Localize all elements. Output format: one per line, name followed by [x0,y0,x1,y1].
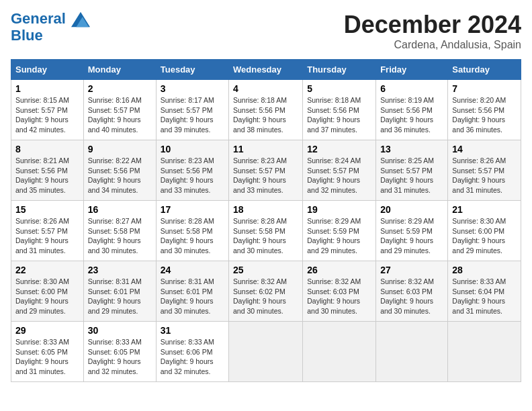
day-info: Sunrise: 8:20 AMSunset: 5:56 PMDaylight:… [452,96,506,134]
calendar-day-cell: 22 Sunrise: 8:30 AMSunset: 6:00 PMDaylig… [11,261,84,322]
calendar-day-cell [229,322,303,382]
day-number: 2 [88,83,152,94]
day-number: 11 [233,144,298,154]
day-number: 29 [15,325,79,336]
calendar-day-cell [448,322,521,382]
day-number: 6 [380,83,443,94]
calendar-day-cell: 27 Sunrise: 8:32 AMSunset: 6:03 PMDaylig… [376,261,448,322]
day-info: Sunrise: 8:27 AMSunset: 5:58 PMDaylight:… [88,217,142,255]
day-info: Sunrise: 8:22 AMSunset: 5:56 PMDaylight:… [88,156,142,194]
calendar-day-cell [303,322,376,382]
calendar-day-cell: 26 Sunrise: 8:32 AMSunset: 6:03 PMDaylig… [303,261,376,322]
calendar-day-cell: 13 Sunrise: 8:25 AMSunset: 5:57 PMDaylig… [376,140,448,201]
calendar-day-cell [376,322,448,382]
day-info: Sunrise: 8:30 AMSunset: 6:00 PMDaylight:… [15,277,69,315]
calendar-day-cell: 14 Sunrise: 8:26 AMSunset: 5:57 PMDaylig… [448,140,521,201]
day-info: Sunrise: 8:23 AMSunset: 5:56 PMDaylight:… [161,156,214,194]
day-number: 26 [307,265,371,275]
day-number: 30 [88,325,152,336]
calendar-day-cell: 25 Sunrise: 8:32 AMSunset: 6:02 PMDaylig… [229,261,303,322]
day-info: Sunrise: 8:31 AMSunset: 6:01 PMDaylight:… [88,277,142,315]
day-number: 12 [307,144,371,154]
day-number: 14 [452,144,517,154]
calendar-day-cell: 8 Sunrise: 8:21 AMSunset: 5:56 PMDayligh… [11,140,84,201]
day-info: Sunrise: 8:23 AMSunset: 5:57 PMDaylight:… [233,156,287,194]
day-info: Sunrise: 8:32 AMSunset: 6:02 PMDaylight:… [233,277,287,315]
day-number: 16 [88,204,152,215]
day-number: 8 [15,144,79,154]
calendar-week-row: 15 Sunrise: 8:26 AMSunset: 5:57 PMDaylig… [11,201,521,261]
day-info: Sunrise: 8:18 AMSunset: 5:56 PMDaylight:… [307,96,361,134]
calendar-day-cell: 1 Sunrise: 8:15 AMSunset: 5:57 PMDayligh… [11,80,84,140]
day-info: Sunrise: 8:28 AMSunset: 5:58 PMDaylight:… [233,217,287,255]
day-number: 7 [452,83,517,94]
calendar-day-cell: 2 Sunrise: 8:16 AMSunset: 5:57 PMDayligh… [83,80,156,140]
day-number: 28 [452,265,517,275]
day-number: 9 [88,144,152,154]
day-info: Sunrise: 8:33 AMSunset: 6:04 PMDaylight:… [452,277,506,315]
day-info: Sunrise: 8:26 AMSunset: 5:57 PMDaylight:… [452,156,506,194]
day-number: 21 [452,204,517,215]
calendar-day-cell: 29 Sunrise: 8:33 AMSunset: 6:05 PMDaylig… [11,322,84,382]
day-number: 18 [233,204,298,215]
logo: General Blue [11,11,90,44]
calendar-day-cell: 18 Sunrise: 8:28 AMSunset: 5:58 PMDaylig… [229,201,303,261]
day-number: 1 [15,83,79,94]
calendar-header-row: SundayMondayTuesdayWednesdayThursdayFrid… [11,60,521,80]
day-info: Sunrise: 8:33 AMSunset: 6:05 PMDaylight:… [88,338,142,375]
calendar-day-cell: 30 Sunrise: 8:33 AMSunset: 6:05 PMDaylig… [83,322,156,382]
day-number: 24 [161,265,224,275]
day-number: 15 [15,204,79,215]
calendar-day-cell: 9 Sunrise: 8:22 AMSunset: 5:56 PMDayligh… [83,140,156,201]
calendar-day-cell: 4 Sunrise: 8:18 AMSunset: 5:56 PMDayligh… [229,80,303,140]
calendar-week-row: 1 Sunrise: 8:15 AMSunset: 5:57 PMDayligh… [11,80,521,140]
day-info: Sunrise: 8:33 AMSunset: 6:05 PMDaylight:… [15,338,69,375]
day-info: Sunrise: 8:30 AMSunset: 6:00 PMDaylight:… [452,217,506,255]
day-info: Sunrise: 8:19 AMSunset: 5:56 PMDaylight:… [380,96,434,134]
calendar-day-cell: 10 Sunrise: 8:23 AMSunset: 5:56 PMDaylig… [156,140,228,201]
day-info: Sunrise: 8:26 AMSunset: 5:57 PMDaylight:… [15,217,69,255]
calendar-week-row: 29 Sunrise: 8:33 AMSunset: 6:05 PMDaylig… [11,322,521,382]
day-info: Sunrise: 8:33 AMSunset: 6:06 PMDaylight:… [161,338,214,375]
calendar-day-cell: 15 Sunrise: 8:26 AMSunset: 5:57 PMDaylig… [11,201,84,261]
calendar-day-cell: 31 Sunrise: 8:33 AMSunset: 6:06 PMDaylig… [156,322,228,382]
calendar-day-cell: 6 Sunrise: 8:19 AMSunset: 5:56 PMDayligh… [376,80,448,140]
day-info: Sunrise: 8:32 AMSunset: 6:03 PMDaylight:… [380,277,434,315]
logo-line2: Blue [11,28,90,44]
day-info: Sunrise: 8:28 AMSunset: 5:58 PMDaylight:… [161,217,214,255]
calendar-day-cell: 19 Sunrise: 8:29 AMSunset: 5:59 PMDaylig… [303,201,376,261]
calendar-day-cell: 11 Sunrise: 8:23 AMSunset: 5:57 PMDaylig… [229,140,303,201]
day-info: Sunrise: 8:21 AMSunset: 5:56 PMDaylight:… [15,156,69,194]
day-of-week-header: Saturday [448,60,521,80]
day-number: 10 [161,144,224,154]
day-info: Sunrise: 8:25 AMSunset: 5:57 PMDaylight:… [380,156,434,194]
day-info: Sunrise: 8:15 AMSunset: 5:57 PMDaylight:… [15,96,69,134]
day-info: Sunrise: 8:16 AMSunset: 5:57 PMDaylight:… [88,96,142,134]
day-info: Sunrise: 8:18 AMSunset: 5:56 PMDaylight:… [233,96,287,134]
day-number: 31 [161,325,224,336]
location-title: Cardena, Andalusia, Spain [344,39,521,51]
calendar-day-cell: 17 Sunrise: 8:28 AMSunset: 5:58 PMDaylig… [156,201,228,261]
day-number: 13 [380,144,443,154]
day-of-week-header: Friday [376,60,448,80]
calendar-day-cell: 3 Sunrise: 8:17 AMSunset: 5:57 PMDayligh… [156,80,228,140]
calendar-day-cell: 20 Sunrise: 8:29 AMSunset: 5:59 PMDaylig… [376,201,448,261]
day-number: 19 [307,204,371,215]
page-header: General Blue December 2024 Cardena, Anda… [11,11,521,51]
day-of-week-header: Wednesday [229,60,303,80]
day-info: Sunrise: 8:31 AMSunset: 6:01 PMDaylight:… [161,277,214,315]
calendar-day-cell: 24 Sunrise: 8:31 AMSunset: 6:01 PMDaylig… [156,261,228,322]
calendar-week-row: 8 Sunrise: 8:21 AMSunset: 5:56 PMDayligh… [11,140,521,201]
title-block: December 2024 Cardena, Andalusia, Spain [344,11,521,51]
day-info: Sunrise: 8:24 AMSunset: 5:57 PMDaylight:… [307,156,361,194]
day-number: 25 [233,265,298,275]
calendar-day-cell: 21 Sunrise: 8:30 AMSunset: 6:00 PMDaylig… [448,201,521,261]
calendar-table: SundayMondayTuesdayWednesdayThursdayFrid… [11,59,521,382]
day-of-week-header: Thursday [303,60,376,80]
day-number: 20 [380,204,443,215]
calendar-day-cell: 5 Sunrise: 8:18 AMSunset: 5:56 PMDayligh… [303,80,376,140]
logo-line1: General [11,10,66,27]
calendar-day-cell: 28 Sunrise: 8:33 AMSunset: 6:04 PMDaylig… [448,261,521,322]
day-number: 5 [307,83,371,94]
day-number: 22 [15,265,79,275]
